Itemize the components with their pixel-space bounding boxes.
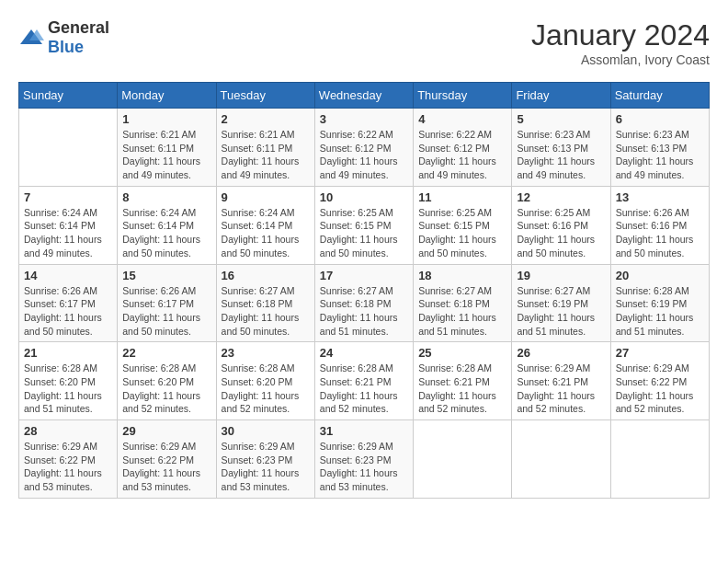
day-info: Sunrise: 6:28 AM Sunset: 6:20 PM Dayligh… (24, 362, 112, 416)
title-block: January 2024 Assomlan, Ivory Coast (531, 18, 710, 67)
calendar-cell: 24Sunrise: 6:28 AM Sunset: 6:21 PM Dayli… (314, 342, 413, 420)
header-sunday: Sunday (19, 83, 118, 109)
day-info: Sunrise: 6:23 AM Sunset: 6:13 PM Dayligh… (517, 128, 605, 182)
header-tuesday: Tuesday (216, 83, 314, 109)
day-info: Sunrise: 6:27 AM Sunset: 6:19 PM Dayligh… (517, 284, 605, 339)
day-number: 8 (122, 190, 210, 204)
logo-text-general: General (48, 18, 109, 37)
calendar-cell: 10Sunrise: 6:25 AM Sunset: 6:15 PM Dayli… (314, 186, 413, 264)
day-number: 22 (122, 346, 210, 360)
day-number: 16 (222, 269, 310, 282)
header-friday: Friday (512, 83, 610, 109)
day-number: 21 (24, 346, 112, 360)
day-number: 1 (122, 112, 210, 126)
day-info: Sunrise: 6:28 AM Sunset: 6:19 PM Dayligh… (616, 284, 704, 339)
day-number: 13 (616, 190, 704, 204)
calendar-week-row: 1Sunrise: 6:21 AM Sunset: 6:11 PM Daylig… (19, 109, 710, 187)
calendar-cell: 13Sunrise: 6:26 AM Sunset: 6:16 PM Dayli… (610, 186, 709, 264)
calendar-cell: 21Sunrise: 6:28 AM Sunset: 6:20 PM Dayli… (19, 342, 118, 420)
day-info: Sunrise: 6:28 AM Sunset: 6:21 PM Dayligh… (320, 362, 408, 416)
day-info: Sunrise: 6:21 AM Sunset: 6:11 PM Dayligh… (122, 128, 210, 182)
day-number: 25 (418, 346, 506, 360)
calendar-cell: 4Sunrise: 6:22 AM Sunset: 6:12 PM Daylig… (414, 109, 512, 187)
calendar-cell: 25Sunrise: 6:28 AM Sunset: 6:21 PM Dayli… (414, 342, 512, 420)
calendar-cell: 18Sunrise: 6:27 AM Sunset: 6:18 PM Dayli… (414, 264, 512, 342)
day-info: Sunrise: 6:25 AM Sunset: 6:16 PM Dayligh… (517, 206, 605, 260)
calendar-week-row: 21Sunrise: 6:28 AM Sunset: 6:20 PM Dayli… (19, 342, 710, 420)
calendar-cell: 29Sunrise: 6:29 AM Sunset: 6:22 PM Dayli… (118, 420, 216, 499)
calendar-cell: 16Sunrise: 6:27 AM Sunset: 6:18 PM Dayli… (216, 264, 314, 342)
calendar-table: SundayMondayTuesdayWednesdayThursdayFrid… (18, 82, 710, 499)
day-number: 30 (222, 424, 310, 438)
calendar-cell: 5Sunrise: 6:23 AM Sunset: 6:13 PM Daylig… (512, 109, 610, 187)
day-info: Sunrise: 6:29 AM Sunset: 6:22 PM Dayligh… (24, 440, 112, 494)
day-info: Sunrise: 6:24 AM Sunset: 6:14 PM Dayligh… (24, 206, 112, 260)
day-info: Sunrise: 6:29 AM Sunset: 6:21 PM Dayligh… (517, 362, 605, 416)
calendar-cell: 14Sunrise: 6:26 AM Sunset: 6:17 PM Dayli… (19, 264, 118, 342)
day-number: 23 (222, 346, 310, 360)
day-info: Sunrise: 6:23 AM Sunset: 6:13 PM Dayligh… (616, 128, 704, 182)
day-info: Sunrise: 6:26 AM Sunset: 6:17 PM Dayligh… (122, 284, 210, 339)
calendar-cell: 9Sunrise: 6:24 AM Sunset: 6:14 PM Daylig… (216, 186, 314, 264)
calendar-week-row: 14Sunrise: 6:26 AM Sunset: 6:17 PM Dayli… (19, 264, 710, 342)
calendar-cell (414, 420, 512, 499)
day-number: 7 (24, 190, 112, 204)
location-title: Assomlan, Ivory Coast (531, 52, 710, 67)
day-number: 4 (418, 112, 506, 126)
day-number: 28 (24, 424, 112, 438)
day-number: 14 (24, 269, 112, 282)
calendar-week-row: 7Sunrise: 6:24 AM Sunset: 6:14 PM Daylig… (19, 186, 710, 264)
day-info: Sunrise: 6:29 AM Sunset: 6:22 PM Dayligh… (616, 362, 704, 416)
month-title: January 2024 (531, 18, 710, 52)
day-number: 3 (320, 112, 408, 126)
day-info: Sunrise: 6:28 AM Sunset: 6:20 PM Dayligh… (222, 362, 310, 416)
day-info: Sunrise: 6:25 AM Sunset: 6:15 PM Dayligh… (418, 206, 506, 260)
header-wednesday: Wednesday (314, 83, 413, 109)
day-number: 27 (616, 346, 704, 360)
day-info: Sunrise: 6:21 AM Sunset: 6:11 PM Dayligh… (222, 128, 310, 182)
calendar-cell (512, 420, 610, 499)
calendar-header-row: SundayMondayTuesdayWednesdayThursdayFrid… (19, 83, 710, 109)
calendar-cell: 23Sunrise: 6:28 AM Sunset: 6:20 PM Dayli… (216, 342, 314, 420)
day-number: 31 (320, 424, 408, 438)
calendar-cell (19, 109, 118, 187)
day-number: 19 (517, 269, 605, 282)
day-number: 15 (122, 269, 210, 282)
calendar-cell: 2Sunrise: 6:21 AM Sunset: 6:11 PM Daylig… (216, 109, 314, 187)
day-info: Sunrise: 6:26 AM Sunset: 6:17 PM Dayligh… (24, 284, 112, 339)
day-number: 12 (517, 190, 605, 204)
day-info: Sunrise: 6:29 AM Sunset: 6:23 PM Dayligh… (320, 440, 408, 494)
page-header: General Blue January 2024 Assomlan, Ivor… (18, 18, 710, 67)
day-info: Sunrise: 6:22 AM Sunset: 6:12 PM Dayligh… (418, 128, 506, 182)
calendar-cell: 11Sunrise: 6:25 AM Sunset: 6:15 PM Dayli… (414, 186, 512, 264)
logo-icon (18, 28, 44, 48)
day-number: 29 (122, 424, 210, 438)
calendar-cell: 31Sunrise: 6:29 AM Sunset: 6:23 PM Dayli… (314, 420, 413, 499)
day-info: Sunrise: 6:27 AM Sunset: 6:18 PM Dayligh… (320, 284, 408, 339)
day-info: Sunrise: 6:28 AM Sunset: 6:21 PM Dayligh… (418, 362, 506, 416)
calendar-week-row: 28Sunrise: 6:29 AM Sunset: 6:22 PM Dayli… (19, 420, 710, 499)
calendar-cell: 12Sunrise: 6:25 AM Sunset: 6:16 PM Dayli… (512, 186, 610, 264)
calendar-cell: 15Sunrise: 6:26 AM Sunset: 6:17 PM Dayli… (118, 264, 216, 342)
calendar-cell: 8Sunrise: 6:24 AM Sunset: 6:14 PM Daylig… (118, 186, 216, 264)
calendar-cell: 28Sunrise: 6:29 AM Sunset: 6:22 PM Dayli… (19, 420, 118, 499)
calendar-cell: 17Sunrise: 6:27 AM Sunset: 6:18 PM Dayli… (314, 264, 413, 342)
calendar-cell: 19Sunrise: 6:27 AM Sunset: 6:19 PM Dayli… (512, 264, 610, 342)
calendar-cell: 6Sunrise: 6:23 AM Sunset: 6:13 PM Daylig… (610, 109, 709, 187)
day-number: 17 (320, 269, 408, 282)
day-info: Sunrise: 6:29 AM Sunset: 6:22 PM Dayligh… (122, 440, 210, 494)
day-info: Sunrise: 6:24 AM Sunset: 6:14 PM Dayligh… (122, 206, 210, 260)
calendar-cell: 27Sunrise: 6:29 AM Sunset: 6:22 PM Dayli… (610, 342, 709, 420)
calendar-cell: 7Sunrise: 6:24 AM Sunset: 6:14 PM Daylig… (19, 186, 118, 264)
calendar-cell: 30Sunrise: 6:29 AM Sunset: 6:23 PM Dayli… (216, 420, 314, 499)
day-number: 26 (517, 346, 605, 360)
calendar-cell: 22Sunrise: 6:28 AM Sunset: 6:20 PM Dayli… (118, 342, 216, 420)
day-number: 6 (616, 112, 704, 126)
calendar-cell: 20Sunrise: 6:28 AM Sunset: 6:19 PM Dayli… (610, 264, 709, 342)
day-info: Sunrise: 6:28 AM Sunset: 6:20 PM Dayligh… (122, 362, 210, 416)
day-info: Sunrise: 6:22 AM Sunset: 6:12 PM Dayligh… (320, 128, 408, 182)
day-number: 9 (222, 190, 310, 204)
day-number: 5 (517, 112, 605, 126)
calendar-cell: 26Sunrise: 6:29 AM Sunset: 6:21 PM Dayli… (512, 342, 610, 420)
day-number: 18 (418, 269, 506, 282)
